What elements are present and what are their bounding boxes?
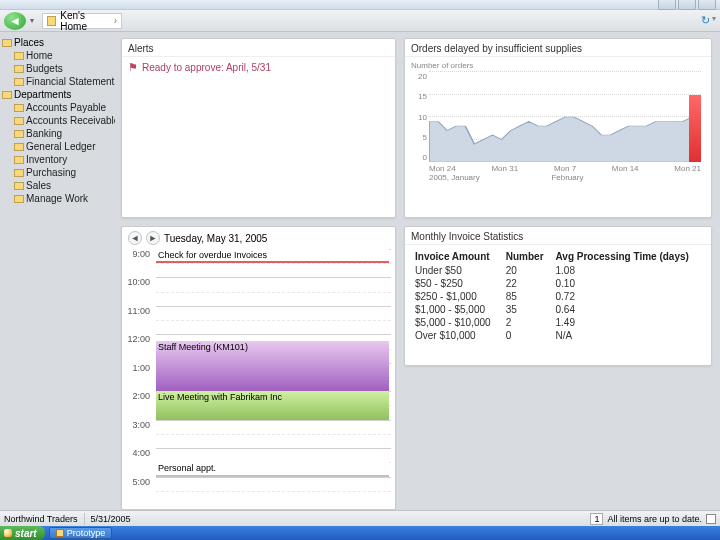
chart-ylabel: Number of orders [411,61,705,70]
folder-icon [2,39,12,47]
table-cell: 20 [502,264,552,277]
table-row: $1,000 - $5,000350.64 [411,303,705,316]
table-row: Over $10,0000N/A [411,329,705,342]
start-label: start [15,528,37,539]
status-count: 1 [590,513,603,525]
table-cell: 85 [502,290,552,303]
table-cell: $5,000 - $10,000 [411,316,502,329]
table-cell: $1,000 - $5,000 [411,303,502,316]
refresh-icon[interactable]: ↻ [701,14,710,27]
app-icon [56,529,64,537]
tree-item[interactable]: Sales [2,179,113,192]
calendar-date-label: Tuesday, May 31, 2005 [164,233,267,244]
windows-logo-icon [4,529,12,537]
tree-item[interactable]: Accounts Receivable [2,114,113,127]
panel-title: Monthly Invoice Statistics [405,227,711,245]
calendar-grid[interactable]: 9:0010:0011:0012:001:002:003:004:005:00 … [156,249,391,505]
tree-item[interactable]: Purchasing [2,166,113,179]
folder-icon [14,104,24,112]
table-header: Invoice Amount [411,249,502,264]
nav-back-dropdown[interactable]: ▾ [30,16,38,25]
status-company: Northwind Traders [4,514,78,524]
table-cell: $50 - $250 [411,277,502,290]
panel-title: Orders delayed by insufficient supplies [405,39,711,57]
tree-item[interactable]: Financial Statements [2,75,113,88]
tree-label: Departments [14,89,71,100]
table-cell: 0.10 [551,277,705,290]
statusbar: Northwind Traders 5/31/2005 1 All items … [0,510,720,526]
tree-label: Accounts Payable [26,102,106,113]
folder-icon [14,143,24,151]
alert-item[interactable]: ⚑ Ready to approve: April, 5/31 [128,61,389,74]
status-text: All items are up to date. [607,514,702,524]
tree-section[interactable]: Departments [2,88,113,101]
calendar-event[interactable]: Check for overdue Invoices [156,249,389,263]
tree-item[interactable]: Budgets [2,62,113,75]
taskbar-button[interactable]: Prototype [49,527,113,539]
folder-icon [14,52,24,60]
start-button[interactable]: start [0,526,45,540]
calendar-prev-button[interactable]: ◄ [128,231,142,245]
chart-plot-area: 05101520 [429,72,701,162]
table-cell: 2 [502,316,552,329]
table-row: Under $50201.08 [411,264,705,277]
tree-item[interactable]: General Ledger [2,140,113,153]
minimize-button[interactable] [658,0,676,10]
table-cell: $250 - $1,000 [411,290,502,303]
tree-label: Purchasing [26,167,76,178]
taskbar: start Prototype [0,526,720,540]
table-cell: 1.08 [551,264,705,277]
window-titlebar [0,0,720,10]
tree-label: General Ledger [26,141,96,152]
stats-table: Invoice AmountNumberAvg Processing Time … [411,249,705,342]
flag-icon: ⚑ [128,61,138,74]
tree-item[interactable]: Accounts Payable [2,101,113,114]
taskbar-button-label: Prototype [67,528,106,538]
calendar-panel: ◄ ► Tuesday, May 31, 2005 9:0010:0011:00… [121,226,396,510]
table-cell: 0.64 [551,303,705,316]
nav-tree: PlacesHomeBudgetsFinancial StatementsDep… [0,32,115,510]
calendar-next-button[interactable]: ► [146,231,160,245]
tree-item[interactable]: Banking [2,127,113,140]
tree-item[interactable]: Home [2,49,113,62]
sync-icon[interactable] [706,514,716,524]
folder-icon [47,16,56,26]
tree-label: Inventory [26,154,67,165]
maximize-button[interactable] [678,0,696,10]
calendar-event[interactable]: Staff Meeting (KM101) [156,341,389,391]
table-cell: 1.49 [551,316,705,329]
close-button[interactable] [698,0,716,10]
breadcrumb-label: Ken's Home [60,10,109,32]
tree-item[interactable]: Inventory [2,153,113,166]
table-row: $50 - $250220.10 [411,277,705,290]
folder-icon [14,182,24,190]
table-cell: Over $10,000 [411,329,502,342]
chevron-right-icon: › [114,15,117,26]
tree-item[interactable]: Manage Work [2,192,113,205]
chart-current-bar [689,95,701,163]
refresh-dropdown-icon[interactable]: ▾ [712,14,716,27]
table-row: $250 - $1,000850.72 [411,290,705,303]
folder-icon [14,65,24,73]
table-cell: 0 [502,329,552,342]
calendar-event[interactable]: Personal appt. [156,462,389,476]
breadcrumb[interactable]: Ken's Home › [42,13,122,29]
table-header: Number [502,249,552,264]
nav-toolbar: ◄ ▾ Ken's Home › ↻ ▾ [0,10,720,32]
folder-icon [14,169,24,177]
nav-back-button[interactable]: ◄ [4,12,26,30]
folder-icon [14,156,24,164]
stats-panel: Monthly Invoice Statistics Invoice Amoun… [404,226,712,366]
table-row: $5,000 - $10,00021.49 [411,316,705,329]
tree-label: Sales [26,180,51,191]
table-header: Avg Processing Time (days) [551,249,705,264]
table-cell: 0.72 [551,290,705,303]
tree-section[interactable]: Places [2,36,113,49]
folder-icon [14,117,24,125]
tree-label: Budgets [26,63,63,74]
panel-title: Alerts [122,39,395,57]
folder-icon [2,91,12,99]
tree-label: Banking [26,128,62,139]
calendar-event[interactable]: Live Meeting with Fabrikam Inc [156,391,389,419]
table-cell: Under $50 [411,264,502,277]
